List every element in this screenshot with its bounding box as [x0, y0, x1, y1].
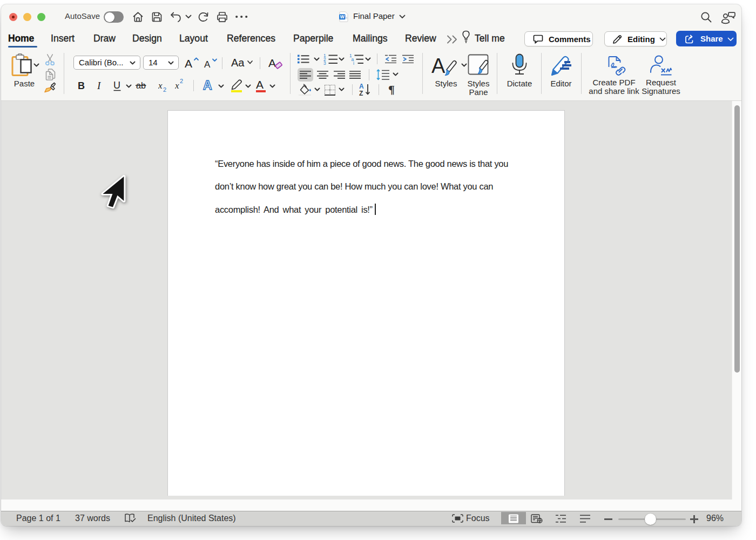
- svg-text:2: 2: [180, 78, 183, 84]
- svg-text:A: A: [203, 79, 212, 92]
- svg-text:A: A: [185, 57, 192, 70]
- svg-text:¶: ¶: [388, 83, 395, 96]
- svg-text:I: I: [97, 80, 102, 91]
- svg-text:x: x: [158, 80, 163, 91]
- svg-text:B: B: [78, 80, 85, 91]
- svg-text:W: W: [340, 14, 345, 19]
- svg-text:Aa: Aa: [231, 57, 245, 69]
- svg-text:2: 2: [163, 86, 166, 92]
- svg-text:Z: Z: [359, 90, 363, 96]
- svg-text:U: U: [113, 80, 120, 91]
- svg-text:A: A: [431, 55, 446, 77]
- svg-text:A: A: [256, 79, 264, 91]
- svg-text:A: A: [204, 59, 211, 70]
- svg-text:i: i: [353, 60, 354, 65]
- svg-text:x: x: [175, 80, 179, 91]
- svg-text:3: 3: [323, 60, 326, 65]
- svg-text:A: A: [268, 57, 276, 69]
